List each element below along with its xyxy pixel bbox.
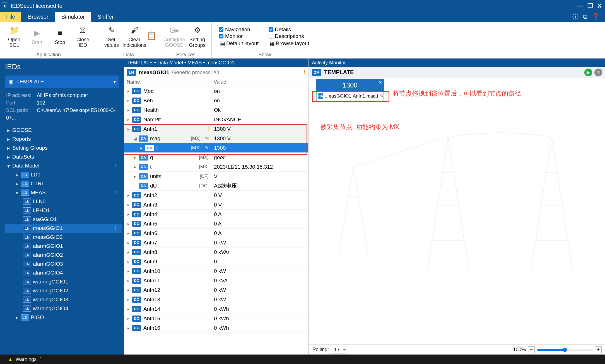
layout-icon: ▦	[270, 40, 275, 47]
grid-body[interactable]: ▸DOModon▸DOBehon▸DOHealthOk▸DONamPltINOV…	[124, 86, 308, 355]
data-model-panel: TEMPLATE • Data Model • MEAS • measGGIO1…	[124, 59, 309, 355]
close-button[interactable]: X	[597, 2, 602, 9]
tab-browser[interactable]: Browser	[22, 12, 54, 22]
warning-icon: ▲	[8, 356, 13, 362]
polling-select[interactable]: 1 s	[331, 346, 347, 353]
am-header: DM TEMPLATE ▶ ✕	[309, 67, 605, 78]
tree-datasets[interactable]: ▸DataSets	[5, 152, 122, 161]
grid-row[interactable]: ▸DAt[MX]2023/11/11 15:30:18.312	[124, 162, 308, 172]
grid-row[interactable]: ▸DAunits[CF]V	[124, 172, 308, 181]
tree-setting-groups[interactable]: ▸Setting Groups	[5, 144, 122, 152]
grid-row[interactable]: ▸DOModon	[124, 86, 308, 96]
grid-row[interactable]: ▸DOAnIn150 kWh	[124, 314, 308, 323]
grid-row[interactable]: ▸DOAnIn110 kVA	[124, 276, 308, 285]
tree-goose[interactable]: ▸GOOSE	[5, 126, 122, 135]
tree-alarmggio1[interactable]: LNalarmGGIO1	[5, 242, 122, 251]
warnings-button[interactable]: Warnings	[16, 356, 37, 362]
monitor-footer: Polling: 1 s 100% − +	[309, 344, 605, 355]
details-checkbox[interactable]: Details	[269, 26, 310, 33]
tree-warningggio4[interactable]: LNwarningGGIO4	[5, 304, 122, 313]
background-decoration	[309, 78, 605, 285]
grid-row[interactable]: ▸DOAnIn100 kW	[124, 266, 308, 276]
grid-row[interactable]: ▸DOAnIn20 V	[124, 191, 308, 200]
tree-alarmggio2[interactable]: LNalarmGGIO2	[5, 251, 122, 259]
grid-row[interactable]: ▸DOAnIn160 kWh	[124, 323, 308, 333]
tree-pigo[interactable]: ▸LDPIGO	[5, 313, 122, 322]
col-name[interactable]: Name	[124, 78, 211, 86]
descriptions-checkbox[interactable]: Descriptions	[269, 33, 310, 39]
tree-measggio1[interactable]: LNmeasGGIO1!	[5, 224, 122, 233]
tree-staggio1[interactable]: LNstaGGIO1	[5, 215, 122, 224]
info-icon[interactable]: ⓘ	[572, 13, 579, 21]
grid-row[interactable]: ▸DOAnIn50 A	[124, 219, 308, 229]
chevron-up-icon[interactable]: ˄	[39, 356, 42, 362]
grid-row[interactable]: ▸DOBehon	[124, 96, 308, 105]
start-button[interactable]: ▶Start	[26, 23, 49, 51]
grid-row[interactable]: ◢DAmag[MX]✎!1300 V	[124, 134, 308, 143]
zoom-in-button[interactable]: +	[595, 346, 602, 353]
tree-alarmggio4[interactable]: LNalarmGGIO4	[5, 268, 122, 277]
grid-row[interactable]: ▸DOAnIn60 A	[124, 229, 308, 238]
tab-sniffer[interactable]: Sniffer	[91, 12, 120, 22]
app-icon: ◧	[2, 3, 8, 9]
feedback-icon[interactable]: ⧉	[583, 13, 587, 20]
minimize-button[interactable]: —	[577, 2, 583, 9]
default-layout-button[interactable]: ▤Default layout	[219, 40, 260, 47]
template-selector[interactable]: ▣ TEMPLATE ▾	[5, 76, 119, 88]
zoom-out-button[interactable]: −	[528, 346, 535, 353]
tree-warningggio1[interactable]: LNwarningGGIO1	[5, 277, 122, 286]
close-ied-button[interactable]: ⛝Close IED	[71, 23, 94, 51]
paste-button[interactable]: 📋	[146, 23, 157, 51]
nav-checkbox[interactable]: Navigation	[219, 26, 260, 33]
grid-row[interactable]: ▸DOHealthOk	[124, 105, 308, 115]
tree-warningggio3[interactable]: LNwarningGGIO3	[5, 295, 122, 304]
grid-row[interactable]: ▸DOAnIn90	[124, 257, 308, 266]
card-close-icon[interactable]: ✕	[379, 80, 382, 85]
grid-row[interactable]: ▸DOAnIn40 A	[124, 210, 308, 219]
monitor-checkbox[interactable]: Monitor	[219, 33, 260, 39]
activity-monitor-title: Activity Monitor	[309, 59, 605, 67]
grid-row[interactable]: ▸DOAnIn120 kW	[124, 285, 308, 295]
grid-row[interactable]: ▸DOAnIn30 V	[124, 200, 308, 210]
stop-button[interactable]: ■Stop	[49, 23, 71, 51]
play-icon[interactable]: ▶	[584, 69, 592, 76]
tree-ld0[interactable]: ▸LDLD0	[5, 170, 122, 179]
warning-icon: !	[114, 225, 116, 231]
tab-file[interactable]: File	[0, 12, 21, 22]
tree-meas[interactable]: ▾LDMEAS!	[5, 188, 122, 197]
open-scl-button[interactable]: 📁Open SCL	[3, 23, 26, 51]
tree-measggio2[interactable]: LNmeasGGIO2	[5, 233, 122, 242]
grid-row[interactable]: ▸DAf[MX]✎1300	[124, 143, 308, 153]
grid-row[interactable]: ▸DOAnIn80 kVAr	[124, 247, 308, 257]
tree-lphd1[interactable]: LNLPHD1	[5, 206, 122, 215]
tree-reports[interactable]: ▸Reports	[5, 135, 122, 144]
layout-icon: ▤	[220, 40, 225, 47]
tree-lln0[interactable]: LNLLN0	[5, 197, 122, 206]
help-icon[interactable]: ❓	[592, 13, 599, 20]
grid-row[interactable]: ▸DAq[MX]good	[124, 153, 308, 162]
grid-row[interactable]: ▸DOAnIn140 kWh	[124, 304, 308, 314]
tab-simulator[interactable]: Simulator	[55, 12, 91, 22]
grid-row[interactable]: ▸DOAnIn1!1300 V	[124, 124, 308, 134]
configure-goose-button[interactable]: G▸Configure GOOSE	[163, 23, 186, 51]
grid-row[interactable]: DAdU[DC]AB线电压	[124, 181, 308, 191]
set-values-button[interactable]: ✎Set values	[100, 23, 123, 51]
grid-row[interactable]: ▸DOAnIn70 kW	[124, 238, 308, 247]
tree-alarmggio3[interactable]: LNalarmGGIO3	[5, 259, 122, 268]
chevron-down-icon: ▾	[113, 79, 116, 85]
close-icon[interactable]: ✕	[594, 69, 602, 76]
setting-groups-button[interactable]: ⚙Setting Groups	[186, 23, 209, 51]
maximize-button[interactable]: ❐	[587, 2, 593, 9]
ieds-title: IEDs	[0, 59, 124, 74]
tree-warningggio2[interactable]: LNwarningGGIO2	[5, 286, 122, 295]
grid-row[interactable]: ▸DONamPltINOVANCE	[124, 115, 308, 124]
group-label-data: Data	[97, 52, 160, 58]
clear-indications-button[interactable]: 🖌Clear indications	[123, 23, 146, 51]
tree-ctrl[interactable]: ▸LDCTRL	[5, 179, 122, 188]
browse-layout-button[interactable]: ▦Browse layout	[269, 40, 310, 47]
col-value[interactable]: Value	[211, 78, 308, 86]
group-label-show: Show	[212, 52, 318, 58]
grid-row[interactable]: ▸DOAnIn130 kW	[124, 295, 308, 304]
tree-data-model[interactable]: ▾Data Model!	[5, 161, 122, 170]
zoom-slider[interactable]	[537, 348, 593, 352]
